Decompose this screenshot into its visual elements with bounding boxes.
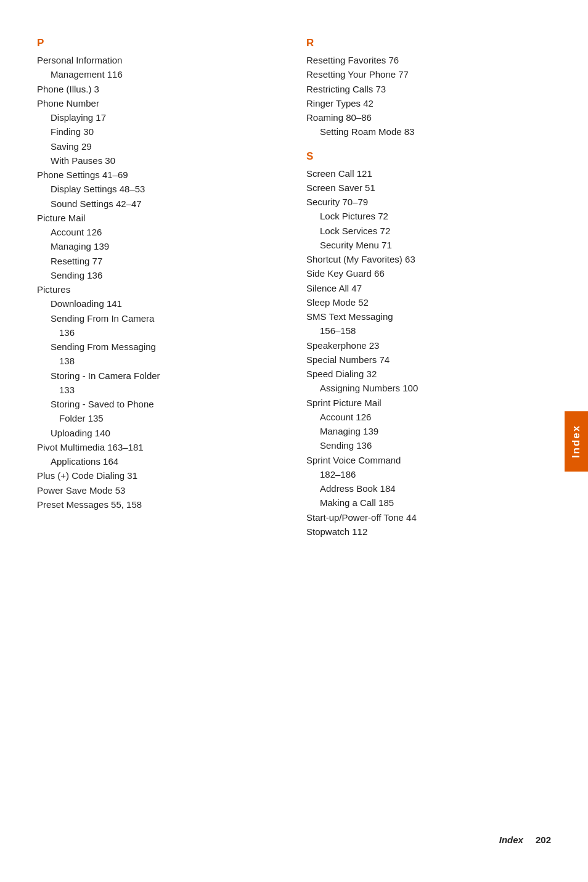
list-item: Uploading 140	[37, 426, 276, 440]
list-item: Sprint Picture Mail	[306, 396, 545, 410]
list-item: Speakerphone 23	[306, 338, 545, 353]
list-item: Finding 30	[37, 125, 276, 139]
list-item: Ringer Types 42	[306, 96, 545, 110]
index-columns: P Personal InformationManagement 116Phon…	[37, 37, 551, 810]
list-item: Managing 139	[37, 239, 276, 253]
list-item: Folder 135	[37, 411, 276, 425]
list-item: Display Settings 48–53	[37, 182, 276, 196]
footer-index-label: Index	[499, 835, 523, 845]
left-entries: Personal InformationManagement 116Phone …	[37, 53, 276, 512]
list-item: Security Menu 71	[306, 238, 545, 252]
list-item: Storing - In Camera Folder	[37, 369, 276, 383]
list-item: 136	[37, 325, 276, 340]
list-item: Screen Call 121	[306, 166, 545, 181]
list-item: Plus (+) Code Dialing 31	[37, 468, 276, 483]
list-item: Storing - Saved to Phone	[37, 397, 276, 411]
footer: Index 202	[37, 828, 551, 845]
list-item: 138	[37, 354, 276, 368]
section-letter-p: P	[37, 37, 276, 49]
list-item: Assigning Numbers 100	[306, 381, 545, 395]
list-item: Preset Messages 55, 158	[37, 497, 276, 512]
list-item: Sound Settings 42–47	[37, 197, 276, 211]
side-tab: Index	[565, 410, 588, 471]
list-item: Pictures	[37, 282, 276, 296]
list-item: Sending 136	[306, 438, 545, 452]
list-item: With Pauses 30	[37, 153, 276, 168]
list-item: Phone Settings 41–69	[37, 168, 276, 182]
list-item: Sending From Messaging	[37, 340, 276, 354]
list-item: Applications 164	[37, 454, 276, 468]
list-item: Roaming 80–86	[306, 110, 545, 125]
list-item: Resetting 77	[37, 254, 276, 268]
list-item: Picture Mail	[37, 211, 276, 225]
footer-text: Index 202	[499, 835, 551, 845]
list-item: Saving 29	[37, 139, 276, 153]
list-item: Downloading 141	[37, 296, 276, 311]
left-column: P Personal InformationManagement 116Phon…	[37, 37, 282, 810]
list-item: Screen Saver 51	[306, 181, 545, 195]
section-letter-s: S	[306, 150, 545, 163]
list-item: 133	[37, 383, 276, 397]
page-container: Index P Personal InformationManagement 1…	[0, 0, 588, 882]
list-item: Security 70–79	[306, 195, 545, 209]
list-item: Sprint Voice Command	[306, 453, 545, 467]
section-letter-r: R	[306, 37, 545, 49]
list-item: Stopwatch 112	[306, 525, 545, 539]
list-item: Sending 136	[37, 268, 276, 282]
list-item: Lock Services 72	[306, 224, 545, 238]
list-item: Account 126	[306, 410, 545, 424]
list-item: Phone (Illus.) 3	[37, 82, 276, 96]
list-item: Address Book 184	[306, 481, 545, 496]
list-item: Special Numbers 74	[306, 353, 545, 367]
list-item: SMS Text Messaging	[306, 309, 545, 324]
list-item: Resetting Favorites 76	[306, 53, 545, 67]
list-item: Lock Pictures 72	[306, 209, 545, 223]
list-item: Setting Roam Mode 83	[306, 125, 545, 139]
list-item: Phone Number	[37, 96, 276, 110]
list-item: Making a Call 185	[306, 496, 545, 510]
list-item: Start-up/Power-off Tone 44	[306, 510, 545, 525]
list-item: Side Key Guard 66	[306, 266, 545, 280]
list-item: Sending From In Camera	[37, 311, 276, 325]
list-item: Power Save Mode 53	[37, 483, 276, 497]
list-item: Sleep Mode 52	[306, 295, 545, 309]
list-item: 182–186	[306, 467, 545, 481]
list-item: Account 126	[37, 225, 276, 239]
right-column: RResetting Favorites 76Resetting Your Ph…	[306, 37, 551, 810]
footer-page-number: 202	[536, 835, 551, 845]
list-item: Resetting Your Phone 77	[306, 67, 545, 81]
list-item: Managing 139	[306, 424, 545, 438]
list-item: Restricting Calls 73	[306, 82, 545, 96]
list-item: Management 116	[37, 67, 276, 81]
list-item: Speed Dialing 32	[306, 367, 545, 381]
side-tab-label: Index	[570, 424, 582, 457]
list-item: Displaying 17	[37, 110, 276, 125]
list-item: Pivot Multimedia 163–181	[37, 440, 276, 454]
list-item: Personal Information	[37, 53, 276, 67]
list-item: 156–158	[306, 324, 545, 338]
list-item: Silence All 47	[306, 281, 545, 295]
list-item: Shortcut (My Favorites) 63	[306, 252, 545, 266]
